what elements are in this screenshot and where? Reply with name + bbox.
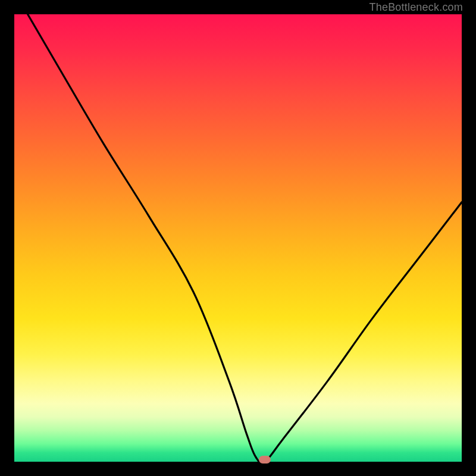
chart-plot-area	[14, 14, 462, 462]
optimal-point-marker	[259, 456, 271, 464]
bottleneck-curve	[14, 14, 462, 462]
curve-path	[28, 14, 462, 462]
chart-frame: TheBottleneck.com	[0, 0, 476, 476]
attribution-label: TheBottleneck.com	[369, 1, 463, 14]
